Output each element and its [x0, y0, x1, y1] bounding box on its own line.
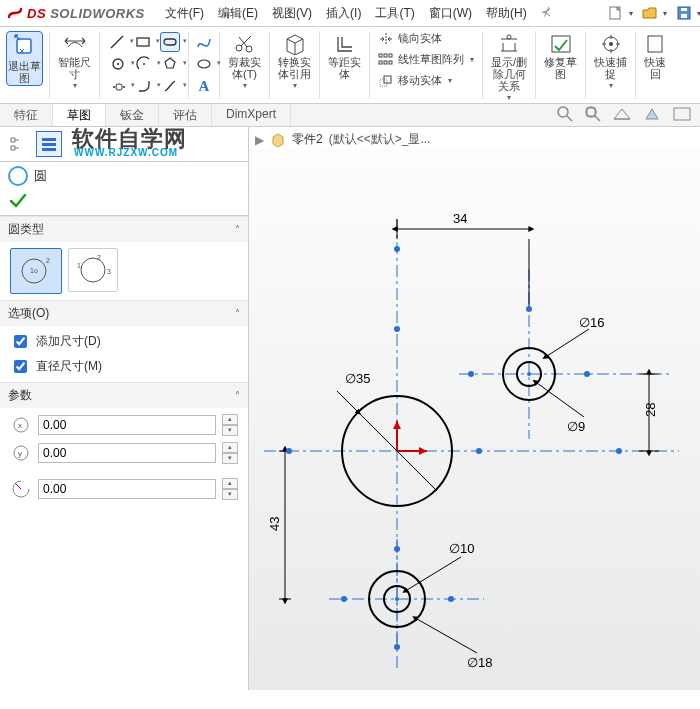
- section-circle-type[interactable]: 圆类型˄: [0, 217, 248, 242]
- menu-tools[interactable]: 工具(T): [369, 2, 420, 25]
- svg-point-27: [609, 42, 613, 46]
- line-tool-icon[interactable]: [108, 33, 126, 51]
- svg-point-66: [395, 597, 399, 601]
- svg-rect-16: [379, 54, 382, 57]
- param-r-down[interactable]: ▾: [222, 489, 238, 500]
- menu-pin-icon[interactable]: ⊀: [535, 2, 557, 25]
- display-relations-button[interactable]: 显示/删 除几何 关系 ▾: [489, 31, 529, 104]
- svg-point-13: [198, 60, 210, 68]
- svg-point-85: [286, 448, 292, 454]
- qat-new-icon[interactable]: [606, 3, 626, 23]
- convert-entities-button[interactable]: 转换实 体引用 ▾: [276, 31, 313, 92]
- section-options[interactable]: 选项(O)˄: [0, 301, 248, 326]
- svg-line-62: [537, 383, 584, 417]
- svg-rect-17: [384, 54, 387, 57]
- param-r-input[interactable]: [38, 479, 216, 499]
- breadcrumb-back-icon[interactable]: ▶: [255, 133, 264, 147]
- arc-tool-icon[interactable]: [135, 55, 153, 73]
- sidetab-property-mgr-icon[interactable]: [36, 131, 62, 157]
- option-dia-dim[interactable]: 直径尺寸(M): [10, 357, 238, 376]
- linear-pattern-button[interactable]: 线性草图阵列▾: [378, 52, 474, 67]
- param-cx-input[interactable]: [38, 415, 216, 435]
- svg-point-91: [394, 546, 400, 552]
- param-cx-down[interactable]: ▾: [222, 425, 238, 436]
- point-tool-icon[interactable]: [161, 77, 179, 95]
- svg-point-90: [584, 371, 590, 377]
- menu-window[interactable]: 窗口(W): [423, 2, 478, 25]
- svg-rect-25: [552, 36, 570, 52]
- breadcrumb-state: (默认<<默认>_显...: [329, 131, 431, 148]
- spline-n-icon[interactable]: [195, 33, 213, 51]
- svg-rect-35: [42, 148, 56, 151]
- svg-point-89: [468, 371, 474, 377]
- view-orient-icon[interactable]: [642, 105, 662, 126]
- exit-sketch-button[interactable]: 退出草 图: [6, 31, 43, 86]
- svg-text:∅10: ∅10: [449, 541, 474, 556]
- section-params[interactable]: 参数˄: [0, 383, 248, 408]
- svg-text:∅18: ∅18: [467, 655, 492, 670]
- svg-text:∅16: ∅16: [579, 315, 604, 330]
- menu-edit[interactable]: 编辑(E): [212, 2, 264, 25]
- circle-icon: [8, 166, 28, 186]
- view-display-icon[interactable]: [672, 105, 692, 126]
- view-section-icon[interactable]: [612, 105, 632, 126]
- param-cy-up[interactable]: ▴: [222, 442, 238, 453]
- fillet-tool-icon[interactable]: [135, 77, 153, 95]
- svg-rect-28: [648, 36, 662, 52]
- svg-rect-33: [42, 138, 56, 141]
- circle-tool-icon[interactable]: [109, 55, 127, 73]
- svg-point-29: [558, 107, 568, 117]
- svg-line-67: [407, 557, 461, 590]
- qat-open-icon[interactable]: [640, 3, 660, 23]
- sidetab-feature-tree-icon[interactable]: [4, 131, 30, 157]
- menu-view[interactable]: 视图(V): [266, 2, 318, 25]
- option-add-dim[interactable]: 添加尺寸(D): [10, 332, 238, 351]
- tab-sheetmetal[interactable]: 钣金: [106, 104, 159, 126]
- menu-help[interactable]: 帮助(H): [480, 2, 533, 25]
- svg-point-86: [476, 448, 482, 454]
- quick-return-button[interactable]: 快速 回: [642, 31, 668, 82]
- tab-dimxpert[interactable]: DimXpert: [212, 104, 291, 126]
- trim-entities-button[interactable]: 剪裁实 体(T) ▾: [226, 31, 263, 92]
- offset-entities-button[interactable]: 等距实 体: [326, 31, 363, 82]
- menu-file[interactable]: 文件(F): [159, 2, 210, 25]
- svg-text:2: 2: [97, 254, 101, 261]
- text-tool-icon[interactable]: A: [195, 77, 213, 95]
- svg-point-12: [123, 86, 125, 88]
- svg-text:28: 28: [643, 403, 658, 417]
- param-r-up[interactable]: ▴: [222, 478, 238, 489]
- param-cy-down[interactable]: ▾: [222, 453, 238, 464]
- param-cx-up[interactable]: ▴: [222, 414, 238, 425]
- spline-tool-icon[interactable]: [109, 77, 127, 95]
- tab-evaluate[interactable]: 评估: [159, 104, 212, 126]
- qat-save-icon[interactable]: [674, 3, 694, 23]
- svg-point-84: [394, 326, 400, 332]
- svg-rect-34: [42, 143, 56, 146]
- part-icon: [270, 132, 286, 148]
- polygon-tool-icon[interactable]: [161, 55, 179, 73]
- svg-rect-4: [17, 39, 31, 53]
- tab-sketch[interactable]: 草图: [53, 104, 106, 126]
- view-zoom-icon[interactable]: [556, 105, 574, 126]
- sketch-canvas[interactable]: ∅35 ∅16 ∅9 ∅10 ∅18 34: [249, 149, 700, 689]
- svg-point-94: [448, 596, 454, 602]
- quick-snap-button[interactable]: 快速捕 捉 ▾: [592, 31, 629, 92]
- svg-line-60: [547, 329, 589, 356]
- menu-insert[interactable]: 插入(I): [320, 2, 367, 25]
- smart-dimension-button[interactable]: 智能尺 寸 ▾: [56, 31, 93, 92]
- svg-point-92: [394, 644, 400, 650]
- param-cy-input[interactable]: [38, 443, 216, 463]
- repair-sketch-button[interactable]: 修复草 图: [542, 31, 579, 82]
- slot-tool-icon[interactable]: [160, 32, 180, 52]
- confirm-ok-icon[interactable]: [8, 192, 28, 210]
- circle-center-thumb[interactable]: 1o2: [10, 248, 62, 294]
- circle-perimeter-thumb[interactable]: 123: [68, 248, 118, 292]
- svg-text:3: 3: [107, 268, 111, 275]
- view-fit-icon[interactable]: [584, 105, 602, 126]
- ellipse-tool-icon[interactable]: [195, 55, 213, 73]
- move-entities-button[interactable]: 移动实体▾: [378, 73, 452, 88]
- corner-rect-tool-icon[interactable]: [134, 33, 152, 51]
- mirror-entities-button[interactable]: 镜向实体: [378, 31, 442, 46]
- breadcrumb-part[interactable]: 零件2: [292, 131, 323, 148]
- tab-feature[interactable]: 特征: [0, 104, 53, 126]
